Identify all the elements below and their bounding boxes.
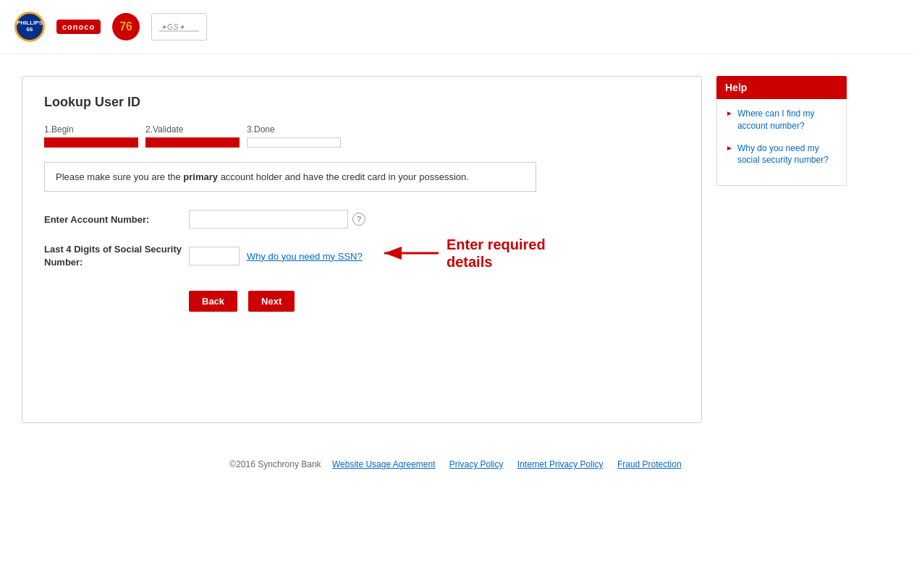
step-validate: 2.Validate	[145, 124, 240, 148]
account-number-input[interactable]	[189, 210, 348, 229]
help-item-account: ► Where can I find my account number?	[726, 108, 837, 132]
help-panel: Help ► Where can I find my account numbe…	[716, 76, 847, 423]
info-box: Please make sure you are the primary acc…	[44, 162, 536, 192]
footer-link-privacy[interactable]: Privacy Policy	[449, 459, 504, 469]
wings-logo: ✦GS✦	[151, 13, 207, 41]
account-number-row: Enter Account Number: ?	[44, 210, 680, 229]
ssn-label: Last 4 Digits of Social Security Number:	[44, 243, 189, 269]
footer-link-internet-privacy[interactable]: Internet Privacy Policy	[517, 459, 604, 469]
button-row: Back Next	[189, 291, 680, 312]
annotation-arrow	[377, 240, 442, 266]
help-link-ssn[interactable]: Why do you need my social security numbe…	[737, 142, 837, 167]
ssn-link[interactable]: Why do you need my SSN?	[247, 251, 363, 262]
wings-svg: ✦GS✦	[159, 17, 199, 37]
help-header: Help	[716, 76, 847, 99]
next-button[interactable]: Next	[248, 291, 295, 312]
ssn-row: Last 4 Digits of Social Security Number:…	[44, 243, 680, 269]
step-done-label: 3.Done	[247, 124, 275, 135]
svg-text:✦GS✦: ✦GS✦	[161, 23, 185, 31]
footer-copyright: ©2016 Synchrony Bank	[229, 459, 321, 469]
account-number-help-icon[interactable]: ?	[352, 213, 365, 226]
back-button[interactable]: Back	[189, 291, 237, 312]
footer-link-fraud[interactable]: Fraud Protection	[617, 459, 682, 469]
help-arrow-1: ►	[726, 109, 733, 132]
annotation-text: Enter requireddetails	[447, 236, 546, 270]
header: PHILLIPS66 conoco 76 ✦GS✦	[0, 0, 914, 54]
step-begin-bar	[44, 137, 138, 148]
footer: ©2016 Synchrony Bank Website Usage Agree…	[0, 445, 914, 484]
step-done: 3.Done	[247, 124, 341, 148]
step-begin: 1.Begin	[44, 124, 138, 148]
main-content: Lookup User ID 1.Begin 2.Validate 3.Done…	[0, 54, 868, 438]
help-item-ssn: ► Why do you need my social security num…	[726, 142, 837, 167]
ssn-input[interactable]	[189, 247, 240, 265]
step-validate-label: 2.Validate	[145, 124, 183, 135]
help-arrow-2: ►	[726, 144, 733, 167]
step-begin-label: 1.Begin	[44, 124, 74, 135]
step-validate-bar	[145, 137, 240, 148]
help-body: ► Where can I find my account number? ► …	[716, 99, 847, 186]
76-logo: 76	[112, 13, 140, 41]
step-done-bar	[247, 137, 341, 148]
footer-link-usage[interactable]: Website Usage Agreement	[332, 459, 436, 469]
steps-container: 1.Begin 2.Validate 3.Done	[44, 124, 680, 148]
form-panel: Lookup User ID 1.Begin 2.Validate 3.Done…	[22, 76, 702, 423]
conoco-logo: conoco	[56, 20, 101, 34]
annotation: Enter requireddetails	[377, 236, 546, 270]
account-number-label: Enter Account Number:	[44, 214, 189, 225]
phillips-66-logo: PHILLIPS66	[14, 12, 45, 42]
help-link-account[interactable]: Where can I find my account number?	[737, 108, 837, 132]
info-text: Please make sure you are the primary acc…	[56, 171, 469, 182]
form-title: Lookup User ID	[44, 95, 680, 110]
